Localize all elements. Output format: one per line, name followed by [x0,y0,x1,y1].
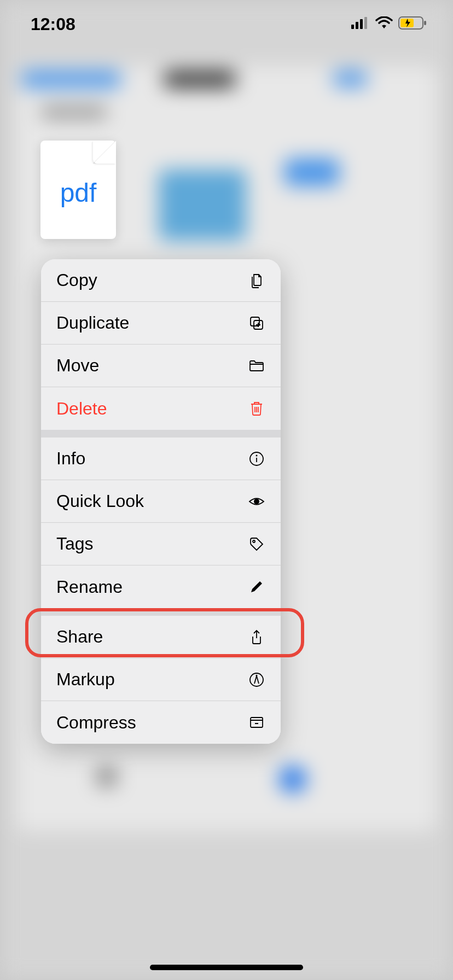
menu-item-quick-look[interactable]: Quick Look [41,480,281,523]
pdf-file-preview[interactable]: pdf [40,141,116,239]
share-icon [248,628,265,646]
context-menu: Copy Duplicate Move Delete [41,259,281,744]
markup-icon [248,671,265,689]
svg-rect-3 [364,17,367,29]
status-icons [351,16,427,32]
trash-icon [248,400,265,417]
menu-item-label: Duplicate [56,313,129,333]
folder-icon [248,357,265,375]
battery-icon [398,16,427,32]
menu-item-label: Compress [56,713,136,733]
info-icon [248,450,265,468]
svg-point-12 [253,540,255,542]
menu-group: Info Quick Look Tags Rename [41,438,281,608]
menu-item-label: Info [56,448,85,469]
status-time: 12:08 [31,14,76,34]
menu-item-markup[interactable]: Markup [41,658,281,701]
svg-rect-2 [360,19,363,29]
menu-item-label: Share [56,627,103,647]
menu-item-delete[interactable]: Delete [41,387,281,430]
svg-rect-0 [351,25,354,29]
cellular-icon [351,17,370,31]
menu-separator [41,430,281,438]
menu-group: Copy Duplicate Move Delete [41,259,281,430]
menu-item-share[interactable]: Share [41,616,281,658]
eye-icon [248,493,265,510]
pencil-icon [248,578,265,596]
status-bar: 12:08 [0,0,453,48]
page-fold-icon [93,141,116,164]
menu-item-label: Markup [56,669,115,690]
menu-item-label: Quick Look [56,491,144,511]
menu-item-copy[interactable]: Copy [41,259,281,302]
file-type-label: pdf [60,178,97,208]
duplicate-icon [248,314,265,332]
menu-item-label: Move [56,355,99,376]
menu-item-rename[interactable]: Rename [41,565,281,608]
svg-point-11 [254,499,259,504]
svg-rect-1 [356,22,358,29]
archive-icon [248,714,265,731]
tag-icon [248,535,265,553]
menu-separator [41,608,281,616]
menu-item-duplicate[interactable]: Duplicate [41,302,281,345]
menu-item-move[interactable]: Move [41,345,281,387]
menu-item-label: Copy [56,270,97,290]
menu-item-label: Tags [56,534,94,554]
menu-item-info[interactable]: Info [41,438,281,480]
svg-rect-6 [424,21,426,25]
menu-group: Share Markup Compress [41,616,281,744]
copy-icon [248,272,265,289]
wifi-icon [375,16,393,32]
svg-point-10 [256,454,258,456]
menu-item-label: Rename [56,577,123,597]
svg-rect-14 [251,718,263,727]
menu-item-compress[interactable]: Compress [41,701,281,744]
menu-item-tags[interactable]: Tags [41,523,281,565]
home-indicator[interactable] [150,965,303,970]
menu-item-label: Delete [56,399,107,419]
